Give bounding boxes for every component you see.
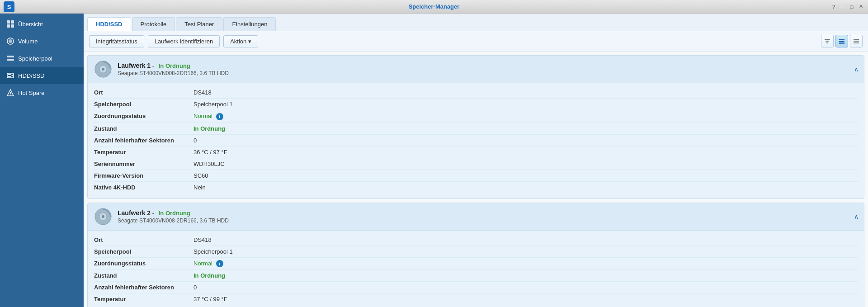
filter-button[interactable] [821, 35, 834, 47]
aktion-button[interactable]: Aktion ▾ [223, 35, 258, 47]
drive-card-2: Laufwerk 2 - In Ordnung Seagate ST4000VN… [87, 203, 864, 307]
detail-label-ort-1: Ort [94, 89, 193, 96]
sidebar-item-uebersicht[interactable]: Übersicht [0, 15, 84, 33]
detail-value-zustand-1: In Ordnung [193, 125, 225, 132]
svg-rect-20 [839, 39, 844, 40]
detail-row-zustand-1: Zustand In Ordnung [94, 123, 858, 135]
drive-header-2[interactable]: Laufwerk 2 - In Ordnung Seagate ST4000VN… [88, 203, 864, 231]
app-logo: S [4, 1, 14, 12]
svg-text:S: S [7, 4, 11, 10]
sidebar: Übersicht Volume Speicherpool HDD/SSD [0, 14, 84, 307]
detail-row-speicherpool-2: Speicherpool Speicherpool 1 [94, 246, 858, 258]
drive-collapse-btn-2[interactable]: ∧ [854, 213, 859, 220]
drive-separator-1: - [152, 62, 156, 69]
toolbar-right [821, 35, 863, 47]
drive-collapse-btn-1[interactable]: ∧ [854, 66, 859, 73]
drive-subtitle-2: Seagate ST4000VN008-2DR166, 3.6 TB HDD [118, 217, 229, 224]
detail-label-sektoren-1: Anzahl fehlerhafter Sektoren [94, 137, 193, 144]
drive-title-line-1: Laufwerk 1 - In Ordnung [118, 62, 229, 69]
drive-disk-icon-1 [94, 60, 112, 78]
window-controls: ? ─ □ ✕ [830, 3, 864, 10]
close-button[interactable]: ✕ [857, 3, 864, 10]
volume-icon [6, 37, 14, 45]
laufwerk-identifizieren-button[interactable]: Laufwerk identifizieren [148, 35, 220, 47]
svg-rect-9 [7, 59, 14, 61]
svg-rect-4 [7, 24, 10, 28]
svg-point-31 [102, 215, 104, 218]
detail-label-speicherpool-2: Speicherpool [94, 248, 193, 255]
detail-row-firmware-1: Firmware-Version SC60 [94, 170, 858, 182]
titlebar: S Speicher-Manager ? ─ □ ✕ [0, 0, 868, 14]
detail-row-sektoren-2: Anzahl fehlerhafter Sektoren 0 [94, 282, 858, 293]
detail-value-sektoren-2: 0 [193, 284, 197, 291]
detail-value-4k-1: Nein [193, 184, 206, 191]
detail-value-zustand-2: In Ordnung [193, 272, 225, 279]
drive-disk-icon-2 [94, 208, 112, 226]
list-view-icon [839, 38, 845, 44]
drive-header-1[interactable]: Laufwerk 1 - In Ordnung Seagate ST4000VN… [88, 56, 864, 83]
toolbar: Integritätsstatus Laufwerk identifiziere… [84, 31, 868, 52]
sidebar-item-hot-spare[interactable]: Hot Spare [0, 84, 84, 101]
detail-value-zuordnung-2: Normal i [193, 260, 223, 268]
drive-card-1: Laufwerk 1 - In Ordnung Seagate ST4000VN… [87, 55, 864, 199]
detail-label-ort-2: Ort [94, 236, 193, 243]
detail-view-icon [853, 38, 859, 44]
detail-label-speicherpool-1: Speicherpool [94, 101, 193, 108]
detail-row-serial-1: Seriennummer WDH30LJC [94, 158, 858, 170]
sidebar-label-hot-spare: Hot Spare [18, 90, 45, 96]
drive-name-2: Laufwerk 2 [118, 209, 151, 217]
detail-value-firmware-1: SC60 [193, 172, 208, 179]
drive-subtitle-1: Seagate ST4000VN008-2DR166, 3.6 TB HDD [118, 70, 229, 76]
sidebar-label-volume: Volume [18, 38, 38, 45]
drive-name-1: Laufwerk 1 [118, 62, 151, 69]
svg-rect-2 [7, 20, 10, 24]
svg-rect-21 [839, 41, 844, 43]
detail-label-sektoren-2: Anzahl fehlerhafter Sektoren [94, 284, 193, 291]
svg-rect-3 [11, 20, 14, 24]
detail-value-zuordnung-1: Normal i [193, 113, 223, 120]
maximize-button[interactable]: □ [848, 3, 855, 10]
tab-test-planer[interactable]: Test Planer [176, 17, 222, 31]
detail-label-zustand-2: Zustand [94, 272, 193, 279]
sidebar-item-volume[interactable]: Volume [0, 33, 84, 50]
drive-status-1: In Ordnung [159, 62, 190, 69]
drive-info-1: Laufwerk 1 - In Ordnung Seagate ST4000VN… [118, 62, 229, 76]
help-button[interactable]: ? [830, 3, 837, 10]
drive-separator-2: - [152, 210, 156, 217]
minimize-button[interactable]: ─ [839, 3, 846, 10]
integritaet-button[interactable]: Integritätsstatus [89, 35, 144, 47]
detail-value-ort-2: DS418 [193, 236, 212, 243]
list-view-button[interactable] [835, 35, 848, 47]
detail-row-sektoren-1: Anzahl fehlerhafter Sektoren 0 [94, 135, 858, 146]
tab-hdd-ssd[interactable]: HDD/SSD [87, 17, 131, 31]
drive-info-2: Laufwerk 2 - In Ordnung Seagate ST4000VN… [118, 209, 229, 224]
sidebar-label-speicherpool: Speicherpool [18, 55, 52, 62]
drive-list: Laufwerk 1 - In Ordnung Seagate ST4000VN… [84, 52, 868, 307]
detail-row-ort-2: Ort DS418 [94, 234, 858, 246]
svg-point-16 [10, 94, 11, 95]
spare-icon [6, 89, 14, 97]
detail-row-4k-1: Native 4K-HDD Nein [94, 182, 858, 193]
svg-point-11 [12, 75, 13, 76]
tab-protokolle[interactable]: Protokolle [132, 17, 175, 31]
detail-view-button[interactable] [850, 35, 863, 47]
disk-icon [6, 71, 14, 80]
detail-row-speicherpool-1: Speicherpool Speicherpool 1 [94, 99, 858, 110]
detail-label-zustand-1: Zustand [94, 125, 193, 132]
detail-value-sektoren-1: 0 [193, 137, 197, 144]
tab-einstellungen[interactable]: Einstellungen [223, 17, 276, 31]
content-area: HDD/SSD Protokolle Test Planer Einstellu… [84, 14, 868, 307]
detail-label-4k-1: Native 4K-HDD [94, 184, 193, 191]
svg-rect-22 [839, 43, 844, 44]
info-icon-zuordnung-2[interactable]: i [216, 260, 223, 267]
svg-rect-5 [11, 24, 14, 28]
sidebar-label-hdd-ssd: HDD/SSD [18, 72, 45, 79]
detail-value-temp-2: 37 °C / 99 °F [193, 296, 227, 302]
info-icon-zuordnung-1[interactable]: i [216, 113, 223, 120]
tabbar: HDD/SSD Protokolle Test Planer Einstellu… [84, 14, 868, 31]
detail-label-zuordnung-2: Zuordnungsstatus [94, 260, 193, 268]
sidebar-item-hdd-ssd[interactable]: HDD/SSD [0, 67, 84, 84]
detail-value-ort-1: DS418 [193, 89, 212, 96]
sidebar-item-speicherpool[interactable]: Speicherpool [0, 50, 84, 67]
detail-label-temp-2: Temperatur [94, 296, 193, 302]
